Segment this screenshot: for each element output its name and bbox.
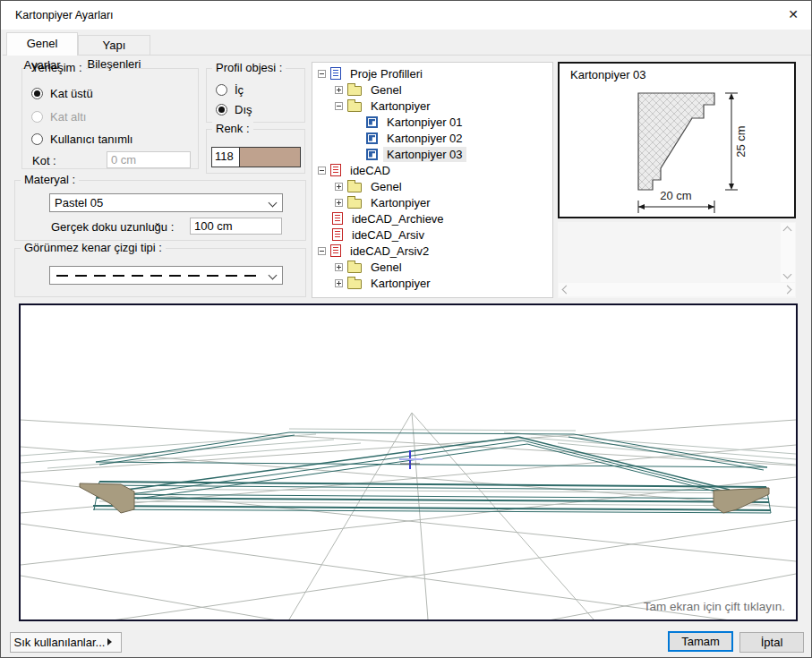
folder-icon bbox=[347, 102, 362, 112]
tree-item-label: ideCAD bbox=[346, 163, 394, 178]
tab-genel-ayarlar[interactable]: Genel Ayarlar bbox=[6, 32, 78, 56]
floor-grid bbox=[21, 413, 796, 620]
material-select[interactable]: Pastel 05 bbox=[49, 193, 283, 212]
title-bar: Kartonpiyer Ayarları ✕ bbox=[1, 1, 811, 30]
tree-item-label: Kartonpiyer bbox=[367, 98, 433, 114]
favorites-button-label: Sık kullanılanlar... bbox=[14, 636, 106, 649]
tree-item-label: Kartonpiyer bbox=[367, 276, 433, 291]
tree-item[interactable]: ideCAD bbox=[312, 162, 552, 178]
tree-item[interactable]: ideCAD_Archieve bbox=[312, 210, 552, 226]
collapse-icon[interactable] bbox=[318, 167, 326, 175]
texture-length-label: Gerçek doku uzunluğu : bbox=[51, 220, 174, 234]
close-icon[interactable]: ✕ bbox=[781, 4, 806, 25]
radio-dis[interactable]: Dış bbox=[216, 102, 252, 116]
tree-item[interactable]: Genel bbox=[312, 81, 552, 98]
radio-kat-ustu[interactable]: Kat üstü bbox=[31, 86, 93, 100]
dashed-line-sample bbox=[56, 275, 261, 277]
favorites-button[interactable]: Sık kullanılanlar... bbox=[10, 632, 122, 653]
tree-item-label: Genel bbox=[367, 82, 406, 98]
tree-item[interactable]: Kartonpiyer 02 bbox=[312, 130, 552, 146]
expand-icon[interactable] bbox=[335, 199, 343, 207]
tree-item-label: Genel bbox=[367, 179, 406, 194]
archive-library-icon bbox=[330, 244, 341, 257]
horizontal-scrollbar[interactable] bbox=[559, 283, 795, 296]
radio-kat-ustu-circle bbox=[31, 88, 43, 99]
group-renk-label: Renk : bbox=[212, 122, 253, 135]
ok-button[interactable]: Tamam bbox=[668, 631, 733, 652]
group-profil-objesi: Profil objesi : İç Dış bbox=[206, 68, 305, 123]
profile-icon bbox=[366, 149, 378, 160]
3d-viewport[interactable]: Tam ekran için çift tıklayın. bbox=[19, 303, 798, 621]
tree-item-label: Kartonpiyer 02 bbox=[383, 131, 466, 146]
tree-item[interactable]: Kartonpiyer bbox=[312, 98, 552, 114]
tree-item[interactable]: Kartonpiyer 01 bbox=[312, 114, 552, 130]
3d-wireframe-scene bbox=[21, 305, 796, 620]
preview-list-area bbox=[558, 222, 796, 298]
collapse-icon[interactable] bbox=[318, 70, 326, 78]
expand-icon[interactable] bbox=[335, 86, 343, 94]
scroll-right-icon[interactable] bbox=[783, 286, 792, 295]
vertical-scrollbar[interactable] bbox=[781, 223, 795, 282]
width-dimension bbox=[638, 201, 714, 213]
tree-item-label: Kartonpiyer 03 bbox=[383, 147, 466, 162]
scroll-down-icon[interactable] bbox=[783, 270, 792, 279]
radio-kullanici-tanimli-circle bbox=[31, 133, 43, 145]
cancel-button[interactable]: İptal bbox=[739, 632, 804, 653]
tree-item[interactable]: Genel bbox=[312, 178, 552, 194]
scroll-left-icon[interactable] bbox=[562, 286, 571, 295]
radio-kullanici-tanimli-label: Kullanıcı tanımlı bbox=[50, 132, 133, 146]
folder-icon bbox=[347, 279, 362, 289]
folder-icon bbox=[347, 183, 362, 192]
profile-drawing: 25 cm 20 cm bbox=[560, 64, 794, 217]
scroll-up-icon[interactable] bbox=[783, 226, 792, 235]
profile-preview-panel: Kartonpiyer 03 25 cm bbox=[558, 62, 796, 218]
kot-input[interactable]: 0 cm bbox=[107, 151, 191, 168]
width-dim-label: 20 cm bbox=[660, 189, 691, 202]
expand-icon[interactable] bbox=[335, 279, 343, 287]
group-yerlesim: Yerleşim : Kat üstü Kat altı Kullanıcı t… bbox=[21, 68, 199, 169]
tree-item[interactable]: Kartonpiyer 03 bbox=[312, 146, 552, 162]
color-index-input[interactable]: 118 bbox=[212, 148, 240, 167]
fullscreen-hint: Tam ekran için çift tıklayın. bbox=[644, 600, 785, 613]
chevron-down-icon bbox=[269, 199, 278, 208]
library-icon bbox=[330, 67, 341, 80]
radio-kat-alti: Kat altı bbox=[31, 109, 86, 124]
group-cizgi-tipi: Görünmez kenar çizgi tipi : bbox=[14, 248, 306, 297]
origin-crosshair-icon bbox=[399, 450, 423, 469]
tab-yapi-bilesenleri[interactable]: Yapı Bileşenleri bbox=[78, 35, 150, 56]
tree-item[interactable]: Kartonpiyer bbox=[312, 275, 552, 291]
height-dim-label: 25 cm bbox=[734, 125, 748, 157]
tree-item[interactable]: ideCAD_Arsiv bbox=[312, 226, 552, 243]
dialog-title: Kartonpiyer Ayarları bbox=[15, 9, 114, 21]
tree-item-label: ideCAD_Arsiv bbox=[348, 227, 428, 243]
radio-kat-alti-circle bbox=[31, 111, 43, 123]
group-profil-objesi-label: Profil objesi : bbox=[212, 61, 286, 74]
profile-tree: Proje ProfilleriGenelKartonpiyerKartonpi… bbox=[312, 62, 553, 298]
archive-library-icon bbox=[332, 212, 343, 225]
tree-item[interactable]: Proje Profilleri bbox=[312, 65, 552, 81]
radio-dis-circle bbox=[216, 104, 227, 115]
radio-ic-label: İç bbox=[235, 83, 244, 97]
tree-item[interactable]: ideCAD_Arsiv2 bbox=[312, 243, 552, 259]
tab-strip: Genel Ayarlar Yapı Bileşenleri bbox=[1, 30, 811, 56]
tree-item[interactable]: Genel bbox=[312, 259, 552, 275]
tree-item-label: ideCAD_Archieve bbox=[348, 211, 448, 226]
linetype-select[interactable] bbox=[49, 266, 283, 285]
expand-icon[interactable] bbox=[335, 263, 343, 271]
kartonpiyer-settings-dialog: Kartonpiyer Ayarları ✕ Genel Ayarlar Yap… bbox=[0, 0, 812, 658]
texture-length-input[interactable]: 100 cm bbox=[190, 218, 282, 235]
radio-kullanici-tanimli[interactable]: Kullanıcı tanımlı bbox=[31, 132, 133, 146]
cornice-profile-shape bbox=[638, 93, 714, 190]
group-materyal: Materyal : Pastel 05 Gerçek doku uzunluğ… bbox=[14, 180, 306, 241]
collapse-icon[interactable] bbox=[318, 247, 326, 255]
tree-item[interactable]: Kartonpiyer bbox=[312, 194, 552, 210]
radio-ic[interactable]: İç bbox=[216, 82, 244, 97]
tree-item-label: ideCAD_Arsiv2 bbox=[346, 244, 432, 259]
profile-icon bbox=[366, 132, 378, 144]
profile-icon bbox=[366, 116, 378, 128]
flyout-arrow-icon bbox=[107, 638, 112, 645]
color-swatch[interactable] bbox=[240, 148, 300, 167]
expand-icon[interactable] bbox=[335, 183, 343, 191]
collapse-icon[interactable] bbox=[335, 102, 343, 110]
color-control[interactable]: 118 bbox=[211, 147, 301, 167]
